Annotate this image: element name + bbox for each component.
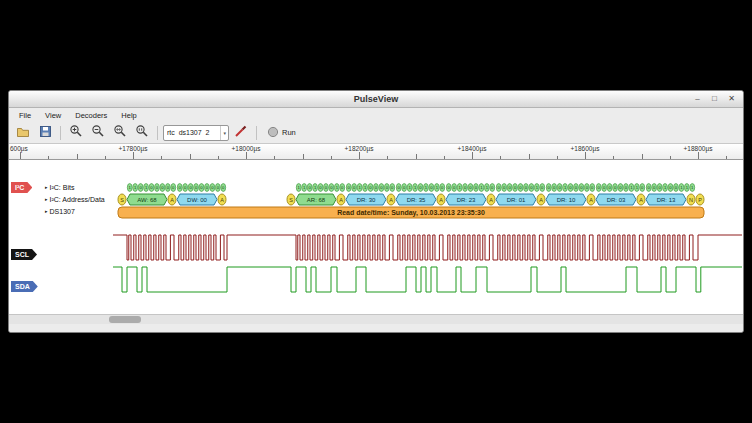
- ruler-tick: [387, 156, 388, 159]
- trace-canvas[interactable]: SAW: 68110100000ADW: 00000000000ASAR: 68…: [9, 160, 743, 314]
- zoom-out-button[interactable]: [88, 124, 108, 142]
- run-button-label: Run: [282, 128, 296, 137]
- menubar: FileViewDecodersHelp: [9, 108, 743, 122]
- ruler-tick: [585, 152, 586, 159]
- save-button[interactable]: [35, 124, 55, 142]
- ruler-tick: [20, 152, 21, 159]
- horizontal-scrollbar[interactable]: [9, 314, 743, 324]
- ruler-tick: [416, 154, 417, 159]
- ruler-label: +18400µs: [458, 145, 487, 152]
- annotation-text: AR: 68: [307, 197, 326, 203]
- ruler-tick: [218, 156, 219, 159]
- row-label-text: DS1307: [50, 208, 75, 215]
- annotation-text: A: [170, 197, 174, 203]
- signal-tag-scl[interactable]: SCL: [11, 249, 37, 260]
- annotation-text: A: [220, 197, 224, 203]
- annotation-text: DR: 10: [557, 197, 576, 203]
- open-file-button[interactable]: [13, 124, 33, 142]
- minimize-button[interactable]: –: [690, 93, 705, 105]
- ruler-tick: [698, 152, 699, 159]
- sda-waveform: [113, 267, 742, 292]
- maximize-button[interactable]: □: [707, 93, 722, 105]
- decoder-row-label-address-data: ▸ I²C: Address/Data: [45, 195, 105, 204]
- row-label-text: I²C: Address/Data: [50, 196, 105, 203]
- annotation-text: P: [698, 197, 702, 203]
- toolbar-separator: [60, 126, 61, 140]
- annotation-text: Read date/time: Sunday, 10.03.2013 23:35…: [337, 209, 485, 217]
- annotation-text: N: [689, 197, 693, 203]
- decoder-row-label-ds1307: ▸ DS1307: [45, 207, 75, 216]
- status-strip: [9, 324, 743, 332]
- annotation-text: DR: 35: [407, 197, 426, 203]
- annotation-text: DR: 30: [357, 197, 376, 203]
- zoom-one-to-one-button[interactable]: [132, 124, 152, 142]
- session-file-value: rtc_ds1307_2: [167, 129, 220, 136]
- zoom-in-button[interactable]: [66, 124, 86, 142]
- ruler-tick: [670, 156, 671, 159]
- annotation-text: DR: 03: [607, 197, 626, 203]
- menu-item-help[interactable]: Help: [114, 109, 143, 122]
- ruler-tick: [359, 152, 360, 159]
- ruler-tick: [500, 156, 501, 159]
- ruler-label: +18200µs: [345, 145, 374, 152]
- window-controls: – □ ✕: [690, 93, 743, 105]
- close-button[interactable]: ✕: [724, 93, 739, 105]
- run-state-icon: [267, 126, 279, 140]
- annotation-text: A: [339, 197, 343, 203]
- window-title: PulseView: [9, 94, 743, 104]
- ruler[interactable]: 600µs+17800µs+18000µs+18200µs+18400µs+18…: [9, 144, 743, 160]
- annotation-text: A: [639, 197, 643, 203]
- annotation-text: A: [389, 197, 393, 203]
- ruler-tick: [303, 154, 304, 159]
- ruler-tick: [557, 156, 558, 159]
- ruler-label: +18800µs: [684, 145, 713, 152]
- toolbar-separator: [256, 126, 257, 140]
- zoom-fit-button[interactable]: [110, 124, 130, 142]
- scl-waveform: [113, 235, 742, 260]
- annotation-text: S: [289, 197, 293, 203]
- ruler-label: +18000µs: [232, 145, 261, 152]
- ruler-tick: [274, 156, 275, 159]
- menu-item-view[interactable]: View: [38, 109, 68, 122]
- probe-icon: [234, 124, 248, 142]
- toolbar: rtc_ds1307_2 ▾ Run: [9, 122, 743, 144]
- session-file-combobox[interactable]: rtc_ds1307_2 ▾: [163, 125, 229, 141]
- ruler-tick: [133, 152, 134, 159]
- annotation-text: DR: 13: [657, 197, 676, 203]
- ruler-label: +18600µs: [571, 145, 600, 152]
- ruler-tick: [161, 156, 162, 159]
- annotation-text: DR: 23: [457, 197, 476, 203]
- toolbar-separator: [157, 126, 158, 140]
- annotation-text: A: [589, 197, 593, 203]
- chevron-down-icon: ▾: [220, 126, 228, 140]
- zoom-one-to-one-icon: [135, 124, 149, 142]
- annotation-text: AW: 68: [137, 197, 157, 203]
- ruler-tick: [472, 152, 473, 159]
- row-label-text: I²C: Bits: [50, 184, 75, 191]
- ruler-tick: [444, 156, 445, 159]
- menu-item-file[interactable]: File: [12, 109, 38, 122]
- expand-arrow-icon: ▸: [45, 195, 48, 204]
- scrollbar-thumb[interactable]: [109, 316, 141, 323]
- signal-tag-sda[interactable]: SDA: [11, 281, 38, 292]
- trace-area[interactable]: SAW: 68110100000ADW: 00000000000ASAR: 68…: [9, 160, 743, 314]
- ruler-tick: [48, 156, 49, 159]
- menu-item-decoders[interactable]: Decoders: [68, 109, 114, 122]
- expand-arrow-icon: ▸: [45, 207, 48, 216]
- expand-arrow-icon: ▸: [45, 183, 48, 192]
- ruler-tick: [529, 154, 530, 159]
- annotation-text: DW: 00: [187, 197, 208, 203]
- ruler-tick: [246, 152, 247, 159]
- annotation-text: A: [439, 197, 443, 203]
- ruler-tick: [77, 154, 78, 159]
- folder-icon: [16, 124, 30, 142]
- ruler-tick: [190, 154, 191, 159]
- ruler-label: 600µs: [10, 145, 28, 152]
- ruler-label: +17800µs: [119, 145, 148, 152]
- floppy-disk-icon: [39, 124, 52, 142]
- ruler-tick: [105, 156, 106, 159]
- zoom-out-icon: [91, 124, 105, 142]
- run-button[interactable]: Run: [262, 124, 301, 142]
- configure-device-button[interactable]: [231, 124, 251, 142]
- ruler-tick: [331, 156, 332, 159]
